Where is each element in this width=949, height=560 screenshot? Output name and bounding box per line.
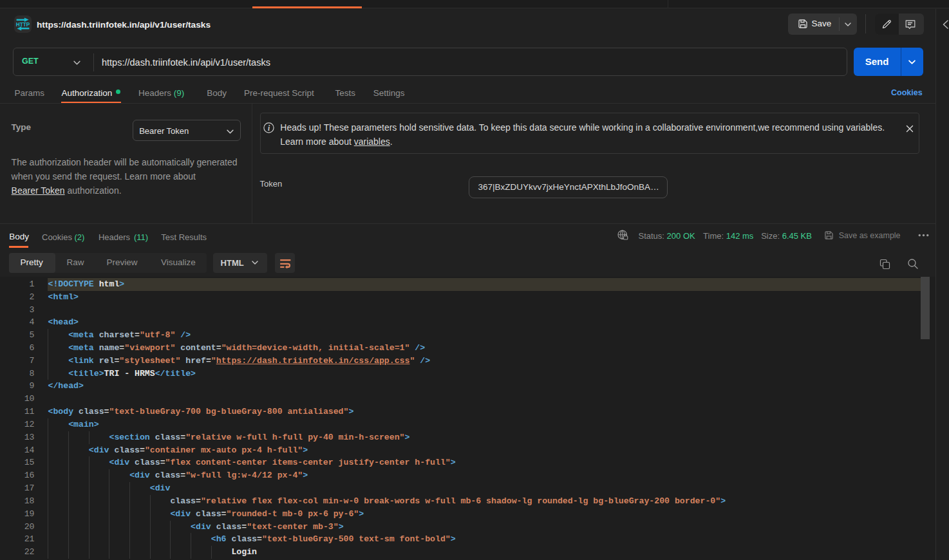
svg-text:HTTP: HTTP	[16, 21, 30, 28]
svg-text:i: i	[268, 124, 270, 132]
